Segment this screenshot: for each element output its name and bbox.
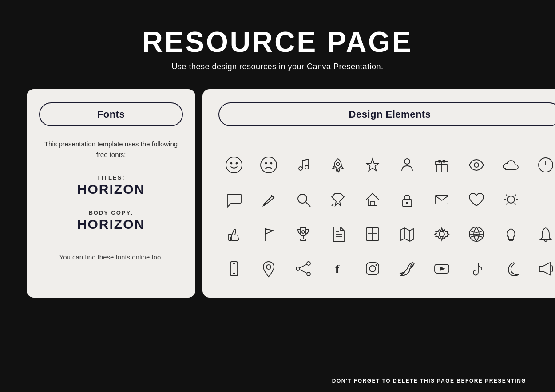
icon-gear	[426, 219, 457, 250]
svg-point-0	[226, 157, 242, 173]
icons-row-4: f	[218, 253, 555, 284]
icon-cloud	[496, 149, 527, 180]
svg-point-63	[266, 265, 271, 269]
icon-thumbsup	[218, 219, 250, 250]
page-title: RESOURCE PAGE	[0, 27, 555, 58]
icons-row-2	[218, 184, 555, 215]
svg-line-36	[515, 195, 516, 196]
svg-point-5	[271, 163, 272, 164]
icon-person	[392, 149, 423, 180]
icon-placeholder	[530, 184, 555, 215]
svg-point-72	[376, 264, 377, 266]
svg-line-34	[506, 195, 507, 196]
svg-rect-28	[436, 195, 448, 204]
svg-point-10	[305, 165, 309, 169]
design-panel: Design Elements	[202, 89, 555, 298]
svg-marker-74	[440, 267, 445, 271]
svg-point-66	[307, 272, 310, 276]
icon-bulb	[496, 219, 527, 250]
icon-bell	[530, 219, 555, 250]
fonts-description: This presentation template uses the foll…	[39, 139, 183, 160]
svg-point-42	[302, 231, 305, 233]
svg-line-67	[300, 264, 307, 268]
icon-map	[392, 219, 423, 250]
svg-line-6	[302, 159, 309, 161]
fonts-panel: Fonts This presentation template uses th…	[27, 89, 195, 298]
svg-point-54	[439, 231, 444, 237]
icon-book	[357, 219, 388, 250]
svg-point-71	[369, 266, 376, 272]
svg-marker-12	[366, 159, 379, 171]
icon-eye	[461, 149, 492, 180]
page-subtitle: Use these design resources in your Canva…	[0, 62, 555, 71]
svg-point-17	[474, 163, 479, 167]
svg-line-24	[332, 204, 333, 206]
icon-pin	[322, 184, 353, 215]
svg-line-68	[300, 270, 307, 273]
svg-point-11	[337, 163, 340, 166]
icon-facebook: f	[322, 253, 353, 284]
svg-line-35	[515, 203, 516, 204]
icon-music	[288, 149, 319, 180]
title-font-entry: TITLES: HORIZON	[77, 174, 145, 197]
footer-note: DON'T FORGET TO DELETE THIS PAGE BEFORE …	[332, 378, 528, 384]
icons-row-3	[218, 219, 555, 250]
svg-line-23	[306, 202, 310, 207]
svg-text:f: f	[335, 262, 340, 276]
svg-point-9	[299, 167, 302, 170]
svg-rect-41	[301, 239, 306, 241]
svg-point-27	[406, 202, 408, 204]
icon-chat	[218, 184, 250, 215]
svg-point-29	[507, 196, 515, 203]
icons-grid: f	[218, 149, 555, 284]
svg-point-2	[236, 163, 238, 164]
svg-point-22	[298, 194, 307, 203]
svg-point-65	[296, 267, 300, 270]
body-font-entry: BODY COPY: HORIZON	[77, 209, 145, 232]
icon-heart	[461, 184, 492, 215]
icon-globe	[461, 219, 492, 250]
design-title-box: Design Elements	[218, 102, 555, 126]
icon-share	[288, 253, 319, 284]
icon-phone	[218, 253, 250, 284]
svg-point-64	[307, 262, 310, 265]
icon-tiktok	[461, 253, 492, 284]
icon-moon	[496, 253, 527, 284]
icon-sad	[253, 149, 284, 180]
icon-clock	[530, 149, 555, 180]
icon-megaphone	[530, 253, 555, 284]
title-font-label: TITLES:	[77, 174, 145, 181]
svg-point-1	[231, 163, 232, 164]
icon-search	[288, 184, 319, 215]
svg-point-61	[234, 273, 235, 274]
icon-document	[322, 219, 353, 250]
icon-sun	[496, 184, 527, 215]
icon-location	[253, 253, 284, 284]
svg-rect-25	[371, 201, 374, 206]
icons-row-1	[218, 149, 555, 180]
icon-home	[357, 184, 388, 215]
icon-rocket	[322, 149, 353, 180]
svg-point-13	[404, 159, 410, 164]
icon-twitter	[392, 253, 423, 284]
main-content: Fonts This presentation template uses th…	[0, 89, 555, 298]
fonts-title: Fonts	[67, 109, 155, 120]
icon-youtube	[426, 253, 457, 284]
svg-point-4	[266, 163, 267, 164]
icon-flag	[253, 219, 284, 250]
body-font-name: HORIZON	[77, 217, 145, 232]
icon-lock	[392, 184, 423, 215]
icon-pencil	[253, 184, 284, 215]
fonts-title-box: Fonts	[39, 102, 183, 126]
svg-line-37	[506, 203, 507, 204]
page-header: RESOURCE PAGE Use these design resources…	[0, 0, 555, 85]
body-font-label: BODY COPY:	[77, 209, 145, 216]
icon-instagram	[357, 253, 388, 284]
icon-gift	[426, 149, 457, 180]
icon-smile	[218, 149, 250, 180]
icon-mail	[426, 184, 457, 215]
design-title: Design Elements	[246, 109, 534, 120]
icon-trophy	[288, 219, 319, 250]
svg-point-3	[261, 157, 277, 173]
title-font-name: HORIZON	[77, 182, 145, 197]
